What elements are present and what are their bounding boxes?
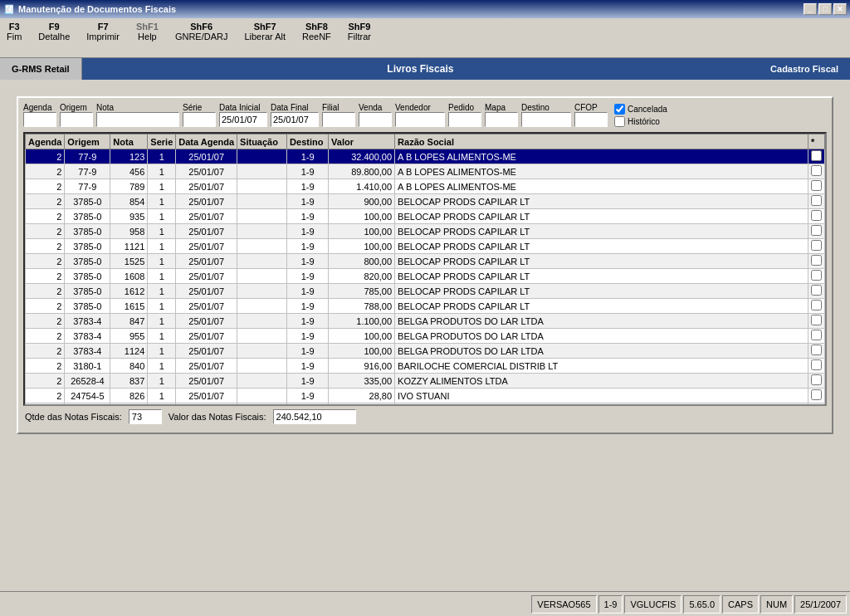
table-row[interactable]: 23785-0854125/01/071-9900,00BELOCAP PROD… <box>26 194 825 209</box>
row-checkbox[interactable] <box>811 374 822 385</box>
row-checkbox[interactable] <box>811 404 822 406</box>
row-checkbox[interactable] <box>811 345 822 355</box>
cancelada-checkbox[interactable] <box>614 104 625 115</box>
toolbar-item-shf8[interactable]: ShF8ReeNF <box>302 22 331 42</box>
table-row[interactable]: 23783-4955125/01/071-9100,00BELGA PRODUT… <box>26 329 825 344</box>
table-row[interactable]: 277-9789125/01/071-91.410,00A B LOPES AL… <box>26 179 825 194</box>
qtde-label: Qtde das Notas Fiscais: <box>25 412 122 422</box>
pedido-input[interactable] <box>448 112 481 127</box>
checkbox-group: Cancelada Histórico <box>614 104 667 127</box>
data-table: Agenda Origem Nota Serie Data Agenda Sit… <box>25 134 825 406</box>
toolbar-item-shf7[interactable]: ShF7Liberar Alt <box>244 22 286 42</box>
row-checkbox[interactable] <box>811 315 822 325</box>
filter-data-inicial: Data Inicial <box>219 103 267 127</box>
row-checkbox[interactable] <box>811 389 822 400</box>
maximize-button[interactable]: □ <box>818 3 832 15</box>
th-data: Data Agenda <box>176 134 237 149</box>
table-row[interactable]: 23785-0958125/01/071-9100,00BELOCAP PROD… <box>26 224 825 239</box>
th-agenda: Agenda <box>26 134 65 149</box>
table-row[interactable]: 23785-01615125/01/071-9788,00BELOCAP PRO… <box>26 299 825 314</box>
title-bar: 🧾 Manutenção de Documentos Fiscais _ □ ✕ <box>0 0 850 18</box>
destino-input[interactable] <box>521 112 571 127</box>
filter-serie: Série <box>183 103 216 127</box>
th-destino: Destino <box>287 134 329 149</box>
toolbar-key-shf9: ShF9 <box>348 22 370 32</box>
toolbar-item-f7[interactable]: F7Imprimir <box>86 22 120 42</box>
toolbar-label-shf1: Help <box>138 32 157 42</box>
th-valor: Valor <box>329 134 395 149</box>
row-checkbox[interactable] <box>811 300 822 310</box>
data-final-label: Data Final <box>271 103 319 112</box>
data-inicial-input[interactable] <box>219 112 267 127</box>
table-row[interactable]: 23785-01525125/01/071-9800,00BELOCAP PRO… <box>26 254 825 269</box>
toolbar-label-shf9: Filtrar <box>348 32 371 42</box>
data-inicial-label: Data Inicial <box>219 103 267 112</box>
filial-input[interactable] <box>322 112 355 127</box>
filter-vendedor: Vendedor <box>395 103 445 127</box>
origem-input[interactable] <box>60 112 93 127</box>
vendedor-input[interactable] <box>395 112 445 127</box>
table-row[interactable]: 23785-0935125/01/071-9100,00BELOCAP PROD… <box>26 209 825 224</box>
serie-input[interactable] <box>183 112 216 127</box>
table-container[interactable]: Agenda Origem Nota Serie Data Agenda Sit… <box>23 132 827 406</box>
toolbar-item-shf9[interactable]: ShF9Filtrar <box>348 22 371 42</box>
panel: Agenda Origem Nota Série Data Inicial Da… <box>17 96 833 434</box>
row-checkbox[interactable] <box>811 330 822 340</box>
main-content: Agenda Origem Nota Série Data Inicial Da… <box>0 80 850 591</box>
row-checkbox[interactable] <box>811 165 822 176</box>
toolbar-label-shf6: GNRE/DARJ <box>175 32 228 42</box>
status-module: VGLUCFIS <box>624 595 681 614</box>
filter-origem: Origem <box>60 103 93 127</box>
mapa-label: Mapa <box>485 103 518 112</box>
table-row[interactable]: 23785-01608125/01/071-9820,00BELOCAP PRO… <box>26 269 825 284</box>
nav-bar: G-RMS Retail Livros Fiscais Cadastro Fis… <box>0 58 850 80</box>
toolbar-key-shf1: ShF1 <box>136 22 159 32</box>
toolbar-item-shf1[interactable]: ShF1Help <box>136 22 159 42</box>
table-row[interactable]: 226528-4837125/01/071-9335,00KOZZY ALIME… <box>26 374 825 389</box>
table-row[interactable]: 224754-5826125/01/071-928,80IVO STUANI <box>26 389 825 403</box>
toolbar-key-shf8: ShF8 <box>305 22 328 32</box>
historico-item: Histórico <box>614 116 667 127</box>
table-row[interactable]: 23785-01121125/01/071-9100,00BELOCAP PRO… <box>26 239 825 254</box>
venda-input[interactable] <box>359 112 392 127</box>
row-checkbox[interactable] <box>811 270 822 281</box>
table-row[interactable]: 23783-4847125/01/071-91.100,00BELGA PROD… <box>26 314 825 329</box>
close-button[interactable]: ✕ <box>833 3 847 15</box>
row-checkbox[interactable] <box>811 359 822 370</box>
filter-filial: Filial <box>322 103 355 127</box>
historico-label: Histórico <box>628 117 660 126</box>
cfop-input[interactable] <box>574 112 608 127</box>
toolbar-item-shf6[interactable]: ShF6GNRE/DARJ <box>175 22 228 42</box>
filter-data-final: Data Final <box>271 103 319 127</box>
row-checkbox[interactable] <box>811 195 822 206</box>
valor-value-input <box>273 409 356 424</box>
mapa-input[interactable] <box>485 112 518 127</box>
row-checkbox[interactable] <box>811 150 822 161</box>
row-checkbox[interactable] <box>811 225 822 236</box>
row-checkbox[interactable] <box>811 210 822 221</box>
table-row[interactable]: 277-9123125/01/071-932.400,00A B LOPES A… <box>26 149 825 164</box>
agenda-input[interactable] <box>23 112 56 127</box>
row-checkbox[interactable] <box>811 285 822 296</box>
toolbar-item-f3[interactable]: F3Fim <box>7 22 22 42</box>
filter-row: Agenda Origem Nota Série Data Inicial Da… <box>23 103 827 127</box>
data-final-input[interactable] <box>271 112 319 127</box>
toolbar-label-shf8: ReeNF <box>302 32 331 42</box>
nav-cadastro-fiscal[interactable]: Cadastro Fiscal <box>759 58 850 80</box>
title-text: Manutenção de Documentos Fiscais <box>18 4 176 14</box>
table-row[interactable]: 23180-1840125/01/071-9916,00BARILOCHE CO… <box>26 359 825 374</box>
table-row[interactable]: 222005-11621125/01/071-9616,88GUARANY IN… <box>26 403 825 407</box>
nav-grms-retail[interactable]: G-RMS Retail <box>0 58 82 80</box>
toolbar-item-f9[interactable]: F9Detalhe <box>38 22 70 42</box>
table-row[interactable]: 23783-41124125/01/071-9100,00BELGA PRODU… <box>26 344 825 359</box>
row-checkbox[interactable] <box>811 240 822 251</box>
nota-input[interactable] <box>96 112 179 127</box>
historico-checkbox[interactable] <box>614 116 625 127</box>
serie-label: Série <box>183 103 216 112</box>
row-checkbox[interactable] <box>811 180 822 191</box>
toolbar-label-f7: Imprimir <box>86 32 120 42</box>
minimize-button[interactable]: _ <box>804 3 817 15</box>
table-row[interactable]: 277-9456125/01/071-989.800,00A B LOPES A… <box>26 164 825 179</box>
row-checkbox[interactable] <box>811 255 822 266</box>
table-row[interactable]: 23785-01612125/01/071-9785,00BELOCAP PRO… <box>26 284 825 299</box>
